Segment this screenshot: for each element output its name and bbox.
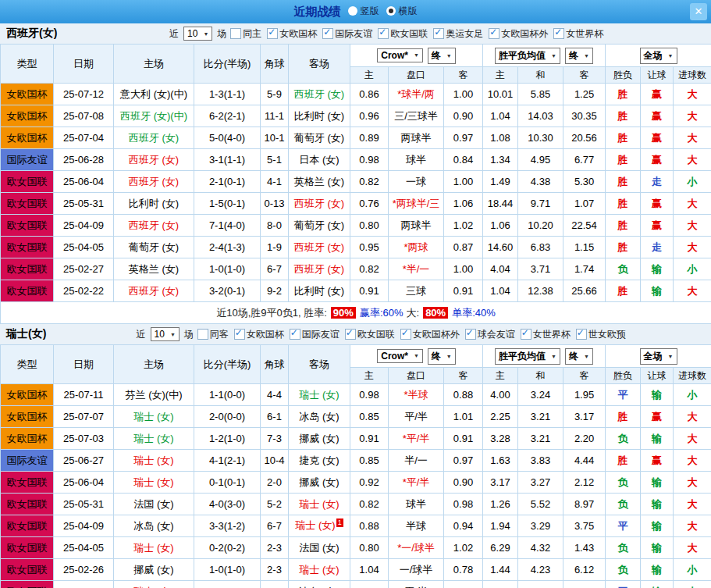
- filter-checkbox[interactable]: 女世界杯: [521, 328, 571, 341]
- cell-handicap: 两球半: [389, 127, 444, 149]
- cell-mean-away: 5.30: [563, 171, 606, 193]
- sub-col-header: 和: [518, 67, 563, 84]
- checkbox-checked-icon: [234, 329, 245, 340]
- cell-competition-type: 欧女国联: [1, 171, 54, 193]
- sub-col-header: 胜负: [606, 67, 641, 84]
- cell-handicap: 一球: [389, 171, 444, 193]
- cell-goals-result: 大: [674, 515, 711, 537]
- match-count-select[interactable]: 10▼: [183, 27, 212, 41]
- cell-odds-away: 0.87: [444, 237, 483, 258]
- away-team-name: 瑞士 (女): [295, 520, 335, 532]
- near-label: 近: [137, 328, 146, 341]
- col-header: 客场: [289, 45, 350, 84]
- filter-checkbox[interactable]: 欧女国联: [378, 27, 428, 41]
- cell-mean-draw: 3.71: [518, 258, 563, 280]
- match-row: 欧女国联25-04-09冰岛 (女)3-3(1-2)6-7瑞士 (女)10.88…: [1, 515, 711, 537]
- filter-checkbox[interactable]: 女欧国杯: [267, 27, 317, 41]
- cell-mean-draw: 4.38: [518, 171, 563, 193]
- cell-mean-home: 1.44: [483, 559, 518, 581]
- away-team-name: 瑞士 (女): [299, 564, 339, 576]
- scope-select[interactable]: 全场▼: [640, 48, 677, 64]
- match-row: 欧女国联25-02-22西班牙 (女)3-2(0-1)9-2比利时 (女)0.9…: [1, 280, 711, 302]
- filter-checkbox[interactable]: 同客: [197, 328, 229, 341]
- bookmaker-select[interactable]: Crow*▼: [377, 48, 423, 62]
- filter-checkbox[interactable]: 女欧国杯: [234, 328, 284, 341]
- cell-date: 25-02-27: [54, 258, 114, 280]
- cell-goals-result: 大: [674, 84, 711, 105]
- cell-handicap-result: 赢: [641, 215, 674, 237]
- cell-odds-home: 0.80: [350, 215, 389, 237]
- sub-col-header: 让球: [641, 67, 674, 84]
- cell-date: 25-07-08: [54, 105, 114, 127]
- summary-text: 赢率:60%: [360, 307, 403, 319]
- match-count-select[interactable]: 10▼: [151, 327, 180, 341]
- cell-handicap-result: 输: [641, 428, 674, 450]
- odds-header-group: Crow*▼终▼: [350, 45, 483, 67]
- cell-odds-home: 0.95: [350, 237, 389, 258]
- filter-checkbox[interactable]: 女欧国杯外: [489, 27, 548, 41]
- cell-competition-type: 女欧国杯: [1, 406, 54, 428]
- col-header: 日期: [54, 345, 114, 384]
- cell-result: 负: [606, 559, 641, 581]
- match-count-select-value: 10: [187, 28, 197, 39]
- mean-select[interactable]: 胜平负均值▼: [495, 48, 560, 64]
- close-button[interactable]: ✕: [690, 3, 707, 20]
- layout-option-label: 横版: [399, 5, 418, 18]
- mean-period-select[interactable]: 终▼: [565, 48, 593, 64]
- cell-competition-type: 欧女国联: [1, 193, 54, 215]
- layout-option-horizontal[interactable]: 横版: [386, 5, 418, 18]
- summary-text: 单率:40%: [452, 307, 496, 319]
- filter-checkbox[interactable]: 世女欧预: [576, 328, 626, 341]
- cell-handicap: 三球: [389, 280, 444, 302]
- header-row-top: 类型日期主场比分(半场)角球客场Crow*▼终▼胜平负均值▼终▼全场▼: [1, 45, 711, 67]
- section-title: 西班牙(女): [0, 27, 63, 41]
- cell-mean-away: 2.12: [563, 472, 606, 494]
- filter-checkbox[interactable]: 女欧国杯外: [400, 328, 460, 341]
- cell-away-team: 挪威 (女): [289, 472, 350, 494]
- away-team-name: 比利时 (女): [294, 285, 344, 297]
- cell-home-team: 瑞士 (女): [114, 537, 194, 559]
- odds-period-select[interactable]: 终▼: [428, 48, 456, 64]
- cell-handicap: 平/半: [389, 406, 444, 428]
- filter-checkbox[interactable]: 同主: [230, 27, 261, 41]
- cell-mean-draw: 6.83: [518, 237, 563, 258]
- cell-corners: 1-9: [261, 237, 289, 258]
- cell-handicap: 半/一: [389, 450, 444, 472]
- cell-odds-home: 0.96: [350, 105, 389, 127]
- bookmaker-select[interactable]: Crow*▼: [377, 349, 423, 363]
- chevron-down-icon: ▼: [414, 52, 419, 58]
- mean-period-select[interactable]: 终▼: [565, 348, 593, 365]
- radio-icon: [348, 6, 357, 16]
- cell-goals-result: 小: [674, 171, 711, 193]
- cell-result: 胜: [606, 193, 641, 215]
- checkbox-checked-icon: [290, 329, 300, 340]
- filter-checkbox[interactable]: 球会友谊: [465, 328, 515, 341]
- cell-odds-away: 0.78: [444, 559, 483, 581]
- odds-period-select[interactable]: 终▼: [428, 348, 456, 365]
- mean-select[interactable]: 胜平负均值▼: [495, 348, 560, 365]
- checkbox-checked-icon: [576, 329, 587, 340]
- cell-mean-away: 3.75: [563, 515, 606, 537]
- cell-competition-type: 国际友谊: [1, 149, 54, 171]
- away-team-name: 瑞士 (女): [299, 498, 339, 510]
- cell-mean-draw: 5.85: [518, 84, 563, 105]
- cell-score: 6-2(2-1): [194, 105, 261, 127]
- filter-checkbox[interactable]: 国际友谊: [290, 328, 340, 341]
- away-team-name: 西班牙 (女): [294, 241, 344, 253]
- scope-select[interactable]: 全场▼: [640, 348, 677, 365]
- cell-date: 25-07-11: [54, 384, 114, 406]
- header-row-top: 类型日期主场比分(半场)角球客场Crow*▼终▼胜平负均值▼终▼全场▼: [1, 345, 711, 368]
- layout-option-vertical[interactable]: 竖版: [348, 5, 379, 18]
- cell-mean-draw: 12.38: [518, 280, 563, 302]
- filter-checkbox[interactable]: 欧女国联: [345, 328, 395, 341]
- cell-home-team: 挪威 (女): [114, 559, 194, 581]
- filter-checkbox[interactable]: 女世界杯: [553, 27, 603, 41]
- cell-mean-home: 10.01: [483, 84, 518, 105]
- filter-checkbox[interactable]: 国际友谊: [322, 27, 372, 41]
- sub-col-header: 客: [444, 67, 483, 84]
- cell-home-team: 西班牙 (女): [114, 280, 194, 302]
- sub-col-header: 主: [350, 368, 389, 384]
- filter-checkbox[interactable]: 奥运女足: [433, 27, 483, 41]
- cell-competition-type: 女欧国杯: [1, 105, 54, 127]
- cell-date: 25-07-04: [54, 127, 114, 149]
